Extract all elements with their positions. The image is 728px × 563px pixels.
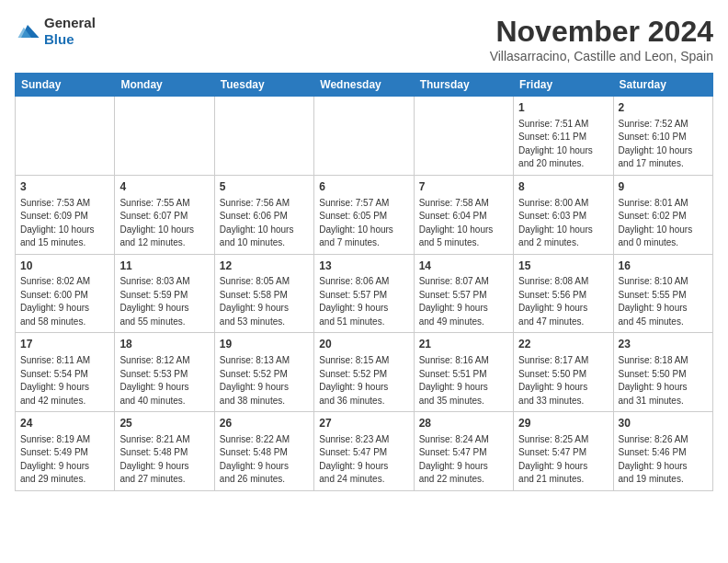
day-number: 20 bbox=[319, 337, 408, 352]
calendar-cell bbox=[414, 97, 513, 176]
calendar-cell: 18Sunrise: 8:12 AM Sunset: 5:53 PM Dayli… bbox=[115, 333, 214, 412]
calendar-week-5: 24Sunrise: 8:19 AM Sunset: 5:49 PM Dayli… bbox=[16, 412, 713, 491]
calendar-cell: 7Sunrise: 7:58 AM Sunset: 6:04 PM Daylig… bbox=[414, 175, 513, 254]
day-number: 23 bbox=[619, 337, 708, 352]
day-number: 13 bbox=[319, 259, 408, 274]
weekday-header-wednesday: Wednesday bbox=[314, 74, 414, 97]
calendar-week-1: 1Sunrise: 7:51 AM Sunset: 6:11 PM Daylig… bbox=[16, 97, 713, 176]
calendar-cell bbox=[115, 97, 214, 176]
day-number: 30 bbox=[619, 416, 708, 431]
calendar-cell: 10Sunrise: 8:02 AM Sunset: 6:00 PM Dayli… bbox=[16, 254, 115, 333]
logo-general: General bbox=[44, 15, 96, 30]
day-number: 2 bbox=[619, 100, 708, 116]
day-info: Sunrise: 8:22 AM Sunset: 5:48 PM Dayligh… bbox=[220, 433, 309, 487]
day-info: Sunrise: 8:17 AM Sunset: 5:50 PM Dayligh… bbox=[518, 354, 608, 408]
calendar-week-2: 3Sunrise: 7:53 AM Sunset: 6:09 PM Daylig… bbox=[16, 175, 713, 254]
calendar-cell: 23Sunrise: 8:18 AM Sunset: 5:50 PM Dayli… bbox=[613, 333, 712, 412]
calendar-cell: 9Sunrise: 8:01 AM Sunset: 6:02 PM Daylig… bbox=[613, 175, 712, 254]
day-info: Sunrise: 8:01 AM Sunset: 6:02 PM Dayligh… bbox=[619, 197, 708, 250]
day-info: Sunrise: 7:55 AM Sunset: 6:07 PM Dayligh… bbox=[119, 197, 209, 250]
day-number: 11 bbox=[119, 259, 209, 274]
calendar-cell: 4Sunrise: 7:55 AM Sunset: 6:07 PM Daylig… bbox=[115, 175, 214, 254]
day-number: 29 bbox=[518, 416, 608, 431]
calendar-cell: 5Sunrise: 7:56 AM Sunset: 6:06 PM Daylig… bbox=[214, 175, 313, 254]
calendar-cell: 16Sunrise: 8:10 AM Sunset: 5:55 PM Dayli… bbox=[613, 254, 712, 333]
day-info: Sunrise: 8:00 AM Sunset: 6:03 PM Dayligh… bbox=[518, 197, 608, 250]
day-number: 16 bbox=[619, 259, 708, 274]
calendar-cell: 26Sunrise: 8:22 AM Sunset: 5:48 PM Dayli… bbox=[214, 412, 313, 491]
day-number: 14 bbox=[419, 259, 508, 274]
calendar-table: SundayMondayTuesdayWednesdayThursdayFrid… bbox=[15, 73, 713, 491]
day-info: Sunrise: 8:13 AM Sunset: 5:52 PM Dayligh… bbox=[220, 354, 309, 408]
calendar-cell bbox=[314, 97, 414, 176]
calendar-cell: 19Sunrise: 8:13 AM Sunset: 5:52 PM Dayli… bbox=[214, 333, 313, 412]
day-number: 19 bbox=[220, 337, 309, 352]
day-number: 12 bbox=[220, 259, 309, 274]
day-number: 24 bbox=[20, 416, 109, 431]
day-info: Sunrise: 7:58 AM Sunset: 6:04 PM Dayligh… bbox=[419, 197, 508, 250]
day-info: Sunrise: 8:25 AM Sunset: 5:47 PM Dayligh… bbox=[518, 433, 608, 487]
day-number: 6 bbox=[319, 179, 408, 195]
day-number: 9 bbox=[619, 179, 708, 195]
day-info: Sunrise: 7:56 AM Sunset: 6:06 PM Dayligh… bbox=[220, 197, 309, 250]
logo-blue: Blue bbox=[44, 31, 74, 47]
day-info: Sunrise: 8:07 AM Sunset: 5:57 PM Dayligh… bbox=[419, 275, 508, 328]
calendar-cell: 6Sunrise: 7:57 AM Sunset: 6:05 PM Daylig… bbox=[314, 175, 414, 254]
day-number: 18 bbox=[119, 337, 209, 352]
calendar-cell: 1Sunrise: 7:51 AM Sunset: 6:11 PM Daylig… bbox=[514, 97, 613, 176]
location-subtitle: Villasarracino, Castille and Leon, Spain bbox=[490, 49, 713, 63]
weekday-header-row: SundayMondayTuesdayWednesdayThursdayFrid… bbox=[16, 74, 713, 97]
day-number: 25 bbox=[119, 416, 209, 431]
day-info: Sunrise: 8:21 AM Sunset: 5:48 PM Dayligh… bbox=[119, 433, 209, 487]
day-info: Sunrise: 8:06 AM Sunset: 5:57 PM Dayligh… bbox=[319, 275, 408, 328]
calendar-cell: 27Sunrise: 8:23 AM Sunset: 5:47 PM Dayli… bbox=[314, 412, 414, 491]
day-number: 3 bbox=[20, 179, 109, 195]
day-info: Sunrise: 7:53 AM Sunset: 6:09 PM Dayligh… bbox=[20, 197, 109, 250]
day-info: Sunrise: 8:26 AM Sunset: 5:46 PM Dayligh… bbox=[619, 433, 708, 487]
weekday-header-sunday: Sunday bbox=[16, 74, 115, 97]
day-number: 8 bbox=[518, 179, 608, 195]
calendar-cell: 17Sunrise: 8:11 AM Sunset: 5:54 PM Dayli… bbox=[16, 333, 115, 412]
calendar-cell: 2Sunrise: 7:52 AM Sunset: 6:10 PM Daylig… bbox=[613, 97, 712, 176]
day-number: 27 bbox=[319, 416, 408, 431]
calendar-week-4: 17Sunrise: 8:11 AM Sunset: 5:54 PM Dayli… bbox=[16, 333, 713, 412]
calendar-cell bbox=[16, 97, 115, 176]
day-number: 5 bbox=[220, 179, 309, 195]
calendar-cell: 22Sunrise: 8:17 AM Sunset: 5:50 PM Dayli… bbox=[514, 333, 613, 412]
day-info: Sunrise: 8:16 AM Sunset: 5:51 PM Dayligh… bbox=[419, 354, 508, 408]
weekday-header-saturday: Saturday bbox=[613, 74, 712, 97]
calendar-cell: 15Sunrise: 8:08 AM Sunset: 5:56 PM Dayli… bbox=[514, 254, 613, 333]
day-info: Sunrise: 8:11 AM Sunset: 5:54 PM Dayligh… bbox=[20, 354, 109, 408]
weekday-header-monday: Monday bbox=[115, 74, 214, 97]
calendar-cell: 28Sunrise: 8:24 AM Sunset: 5:47 PM Dayli… bbox=[414, 412, 513, 491]
weekday-header-friday: Friday bbox=[514, 74, 613, 97]
day-info: Sunrise: 8:02 AM Sunset: 6:00 PM Dayligh… bbox=[20, 275, 109, 328]
calendar-cell: 12Sunrise: 8:05 AM Sunset: 5:58 PM Dayli… bbox=[214, 254, 313, 333]
day-info: Sunrise: 8:12 AM Sunset: 5:53 PM Dayligh… bbox=[119, 354, 209, 408]
day-info: Sunrise: 8:23 AM Sunset: 5:47 PM Dayligh… bbox=[319, 433, 408, 487]
day-number: 26 bbox=[220, 416, 309, 431]
day-info: Sunrise: 8:05 AM Sunset: 5:58 PM Dayligh… bbox=[220, 275, 309, 328]
logo-icon bbox=[15, 18, 40, 44]
calendar-cell: 21Sunrise: 8:16 AM Sunset: 5:51 PM Dayli… bbox=[414, 333, 513, 412]
logo: General Blue bbox=[15, 15, 96, 48]
day-info: Sunrise: 8:10 AM Sunset: 5:55 PM Dayligh… bbox=[619, 275, 708, 328]
calendar-cell: 14Sunrise: 8:07 AM Sunset: 5:57 PM Dayli… bbox=[414, 254, 513, 333]
day-info: Sunrise: 7:52 AM Sunset: 6:10 PM Dayligh… bbox=[619, 118, 708, 171]
day-info: Sunrise: 7:51 AM Sunset: 6:11 PM Dayligh… bbox=[518, 118, 608, 171]
calendar-cell: 11Sunrise: 8:03 AM Sunset: 5:59 PM Dayli… bbox=[115, 254, 214, 333]
calendar-week-3: 10Sunrise: 8:02 AM Sunset: 6:00 PM Dayli… bbox=[16, 254, 713, 333]
calendar-cell: 8Sunrise: 8:00 AM Sunset: 6:03 PM Daylig… bbox=[514, 175, 613, 254]
title-block: November 2024 Villasarracino, Castille a… bbox=[490, 15, 713, 63]
calendar-cell: 13Sunrise: 8:06 AM Sunset: 5:57 PM Dayli… bbox=[314, 254, 414, 333]
calendar-cell: 3Sunrise: 7:53 AM Sunset: 6:09 PM Daylig… bbox=[16, 175, 115, 254]
day-number: 15 bbox=[518, 259, 608, 274]
day-number: 10 bbox=[20, 259, 109, 274]
month-title: November 2024 bbox=[490, 15, 713, 49]
day-number: 22 bbox=[518, 337, 608, 352]
day-number: 7 bbox=[419, 179, 508, 195]
day-info: Sunrise: 7:57 AM Sunset: 6:05 PM Dayligh… bbox=[319, 197, 408, 250]
page-header: General Blue November 2024 Villasarracin… bbox=[15, 15, 713, 63]
calendar-cell: 29Sunrise: 8:25 AM Sunset: 5:47 PM Dayli… bbox=[514, 412, 613, 491]
day-number: 17 bbox=[20, 337, 109, 352]
